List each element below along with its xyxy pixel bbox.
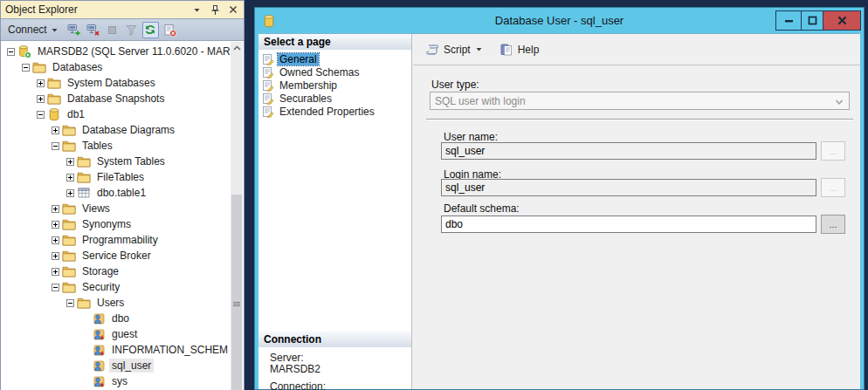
login-name-input[interactable]: [441, 179, 816, 196]
folder-icon: [77, 170, 91, 184]
select-page-header: Select a page: [258, 34, 411, 50]
expand-icon[interactable]: [52, 127, 59, 134]
tree-item-label: Synonyms: [79, 217, 134, 231]
tree-item-label: FileTables: [94, 170, 147, 184]
script-error-icon[interactable]: [162, 22, 178, 38]
tree-item-label: dbo.table1: [94, 186, 148, 200]
page-item-extended-properties[interactable]: Extended Properties: [260, 105, 410, 118]
window-position-chevron-icon[interactable]: [190, 3, 203, 16]
disconnect-icon[interactable]: [85, 22, 101, 38]
dialog-body: Select a page GeneralOwned SchemasMember…: [258, 33, 860, 389]
expand-icon[interactable]: [52, 236, 59, 244]
object-explorer-title: Object Explorer: [5, 3, 190, 16]
tree-item[interactable]: sys: [2, 373, 231, 389]
user-type-label: User type:: [431, 79, 479, 91]
tree-item[interactable]: Service Broker: [2, 248, 231, 263]
tree-item[interactable]: Database Diagrams: [2, 122, 231, 138]
tree-item[interactable]: INFORMATION_SCHEM: [2, 342, 231, 358]
page-list: GeneralOwned SchemasMembershipSecurables…: [260, 52, 410, 118]
page-item-general[interactable]: General: [260, 52, 410, 65]
scrollbar-thumb[interactable]: [231, 195, 242, 390]
tree-item[interactable]: Storage: [2, 263, 231, 279]
tree-item-label: Security: [79, 280, 122, 294]
tree-scrollbar[interactable]: [231, 42, 243, 390]
expand-icon[interactable]: [37, 79, 45, 87]
help-button[interactable]: Help: [497, 41, 542, 58]
tree-item[interactable]: Programmability: [2, 232, 231, 248]
tree-item[interactable]: Database Snapshots: [2, 91, 231, 106]
scroll-up-icon[interactable]: [231, 42, 243, 54]
folder-icon: [62, 249, 76, 263]
tree-item[interactable]: guest: [2, 326, 231, 342]
tree-item[interactable]: System Databases: [2, 75, 231, 91]
folder-icon: [47, 76, 61, 90]
tree-item[interactable]: db1: [2, 106, 231, 122]
expand-icon[interactable]: [52, 252, 59, 260]
page-item-securables[interactable]: Securables: [260, 92, 410, 105]
tree-item-label: Service Broker: [79, 249, 154, 263]
collapse-icon[interactable]: [22, 64, 30, 72]
tree-item[interactable]: dbo: [2, 311, 231, 326]
tree-item[interactable]: Tables: [2, 138, 231, 154]
user-type-combobox[interactable]: SQL user with login: [430, 92, 850, 110]
collapse-icon[interactable]: [66, 299, 74, 307]
folder-icon: [62, 202, 76, 216]
user-disabled-icon: [92, 374, 106, 388]
user-disabled-icon: [92, 343, 106, 357]
expand-icon[interactable]: [52, 268, 59, 276]
tree-item-label: System Databases: [65, 76, 158, 90]
page-item-label: Owned Schemas: [278, 66, 361, 79]
login-name-browse-button[interactable]: ...: [821, 178, 845, 197]
user-type-value: SQL user with login: [435, 95, 526, 107]
tree-item[interactable]: sql_user: [2, 358, 231, 373]
script-scroll-icon: [425, 43, 439, 57]
property-page-icon: [262, 53, 274, 65]
minimize-button[interactable]: [776, 11, 801, 30]
page-item-label: Extended Properties: [278, 106, 376, 118]
tree-item[interactable]: Security: [2, 279, 231, 295]
collapse-icon[interactable]: [52, 142, 59, 150]
default-schema-browse-button[interactable]: ...: [821, 215, 845, 234]
tree-item-label: sql_user: [109, 359, 154, 373]
collapse-icon[interactable]: [52, 284, 59, 291]
tree-item[interactable]: Users: [2, 295, 231, 311]
maximize-button[interactable]: [801, 11, 823, 30]
tree-item[interactable]: Databases: [2, 59, 231, 75]
page-item-owned-schemas[interactable]: Owned Schemas: [260, 65, 410, 79]
property-page-icon: [262, 66, 274, 79]
filter-icon[interactable]: [123, 22, 140, 38]
tree-item-label: System Tables: [94, 154, 168, 168]
tree-item[interactable]: dbo.table1: [2, 185, 231, 201]
refresh-icon[interactable]: [142, 22, 159, 38]
expand-icon[interactable]: [66, 158, 74, 166]
expand-icon[interactable]: [66, 174, 74, 181]
expand-icon[interactable]: [52, 205, 59, 213]
expand-icon[interactable]: [52, 221, 59, 229]
connect-button[interactable]: Connect: [5, 22, 63, 38]
tree-item[interactable]: Views: [2, 201, 231, 216]
expand-icon[interactable]: [37, 95, 45, 103]
page-item-label: Membership: [278, 79, 339, 92]
tree-item[interactable]: FileTables: [2, 169, 231, 185]
script-button[interactable]: Script: [423, 41, 486, 58]
default-schema-input[interactable]: [441, 216, 816, 233]
auto-hide-pin-icon[interactable]: [209, 3, 221, 16]
collapse-icon[interactable]: [37, 111, 45, 119]
user-name-browse-button[interactable]: ...: [821, 141, 845, 161]
connect-icon[interactable]: [65, 22, 82, 38]
user-name-input[interactable]: [441, 142, 816, 160]
dialog-title: Database User - sql_user: [255, 14, 864, 27]
property-page-icon: [262, 92, 274, 105]
desktop: Object Explorer Connect MARSDB2 (SQL Ser…: [0, 0, 868, 390]
stop-icon[interactable]: [104, 22, 121, 38]
tree-item[interactable]: System Tables: [2, 154, 231, 169]
chevron-down-icon[interactable]: [475, 45, 483, 53]
close-button[interactable]: [823, 11, 860, 30]
page-item-membership[interactable]: Membership: [260, 79, 410, 92]
expand-icon[interactable]: [66, 189, 74, 197]
close-icon[interactable]: [227, 3, 239, 16]
tree-item[interactable]: MARSDB2 (SQL Server 11.0.6020 - MARSD: [2, 44, 231, 59]
connection-header: Connection: [258, 332, 411, 347]
collapse-icon[interactable]: [7, 48, 15, 56]
tree-item[interactable]: Synonyms: [2, 216, 231, 232]
